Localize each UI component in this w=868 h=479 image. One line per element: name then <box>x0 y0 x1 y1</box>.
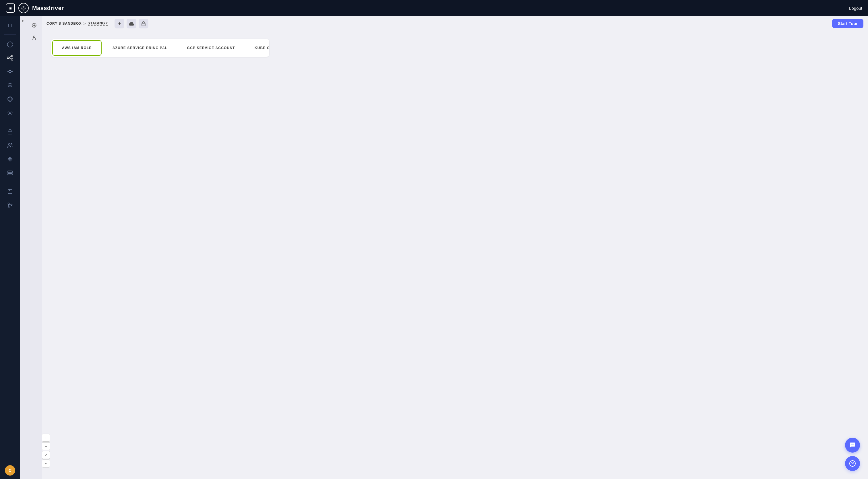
tab-gcp-service-account-label: GCP SERVICE ACCOUNT <box>187 46 235 50</box>
sidebar-item-layers[interactable] <box>4 79 17 92</box>
svg-point-16 <box>8 144 10 145</box>
tab-card: AWS IAM ROLE AZURE SERVICE PRINCIPAL GCP… <box>51 39 269 57</box>
sidebar-item-collapse[interactable]: □ <box>4 19 17 32</box>
tab-gcp-service-account[interactable]: GCP SERVICE ACCOUNT <box>177 39 245 57</box>
svg-point-0 <box>7 57 9 59</box>
pin-icon: ● <box>45 462 47 465</box>
sidebar-item-bundles[interactable] <box>4 65 17 78</box>
svg-point-5 <box>9 70 11 73</box>
pin-button[interactable]: ● <box>42 459 50 468</box>
svg-point-33 <box>851 445 851 445</box>
person-icon <box>31 35 37 41</box>
package-icon <box>7 188 13 195</box>
sidebar-item-package[interactable] <box>4 185 17 198</box>
sidebar-item-diagram[interactable]: ◯ <box>4 38 17 50</box>
sidebar-item-globe[interactable] <box>4 93 17 106</box>
subbar-lock-icon <box>141 21 146 26</box>
svg-point-27 <box>8 207 9 208</box>
tab-azure-service-principal-label: AZURE SERVICE PRINCIPAL <box>113 46 167 50</box>
svg-point-19 <box>9 158 11 160</box>
chat-fab-icon <box>849 442 856 449</box>
secondary-sidebar-toggle[interactable]: ▸ <box>21 19 26 23</box>
map-controls: + − ⤢ ● <box>42 433 50 468</box>
fit-icon: ⤢ <box>44 453 48 457</box>
navbar-left: ▣ ◎ Massdriver <box>6 3 64 13</box>
svg-line-4 <box>9 58 11 59</box>
breadcrumb-separator: > <box>83 21 86 26</box>
nav-toggle-button[interactable]: ▣ <box>6 3 15 12</box>
breadcrumb-sandbox: CORY'S SANDBOX <box>46 22 82 26</box>
support-fab-button[interactable] <box>845 456 860 471</box>
sidebar-divider-1 <box>4 34 16 35</box>
fab-area <box>845 438 860 471</box>
svg-point-34 <box>852 445 853 445</box>
user-avatar[interactable]: C <box>5 465 15 476</box>
sub-sidebar-item-grid[interactable] <box>29 20 39 30</box>
collapse-icon: □ <box>8 22 12 29</box>
zoom-in-icon: + <box>45 436 47 440</box>
cloud-icon <box>129 22 134 26</box>
sub-sidebar-item-person[interactable] <box>29 33 39 43</box>
svg-point-17 <box>11 144 12 145</box>
svg-marker-18 <box>8 157 12 161</box>
cloud-icon-button[interactable] <box>127 19 136 28</box>
sidebar-item-lock[interactable] <box>4 125 17 138</box>
svg-rect-22 <box>8 174 12 175</box>
lock-icon-button[interactable] <box>138 19 148 28</box>
svg-point-2 <box>11 59 13 60</box>
sidebar-item-diamond[interactable] <box>4 153 17 166</box>
svg-point-35 <box>854 445 854 445</box>
svg-point-26 <box>8 203 9 205</box>
zoom-in-button[interactable]: + <box>42 433 50 442</box>
branch-icon <box>7 202 13 208</box>
chat-fab-button[interactable] <box>845 438 860 453</box>
secondary-sidebar: ▸ <box>20 16 26 479</box>
tab-kube-config-label: KUBE CONFIG <box>255 46 269 50</box>
logout-button[interactable]: Logout <box>849 6 862 11</box>
svg-rect-21 <box>8 172 12 174</box>
diagram-icon: ◯ <box>7 40 13 48</box>
svg-line-3 <box>9 56 11 58</box>
left-sidebar: □ ◯ <box>0 16 20 479</box>
toggle-arrow-icon: ▸ <box>22 19 24 23</box>
svg-rect-23 <box>8 189 12 193</box>
sidebar-item-settings[interactable] <box>4 107 17 119</box>
top-subbar: CORY'S SANDBOX > STAGING ▾ + Start Tour <box>42 16 868 31</box>
svg-point-31 <box>33 36 35 38</box>
add-icon: + <box>118 21 121 26</box>
sidebar-item-database[interactable] <box>4 167 17 179</box>
zoom-out-button[interactable]: − <box>42 442 50 450</box>
svg-point-10 <box>8 84 12 85</box>
svg-rect-15 <box>8 131 12 134</box>
breadcrumb: CORY'S SANDBOX > STAGING ▾ <box>46 21 107 26</box>
sub-sidebar <box>26 16 42 479</box>
breadcrumb-staging-chevron: ▾ <box>106 22 107 25</box>
start-tour-button[interactable]: Start Tour <box>832 19 863 28</box>
settings-icon <box>7 110 13 116</box>
fit-button[interactable]: ⤢ <box>42 451 50 459</box>
database-icon <box>7 170 13 176</box>
bundles-icon <box>7 68 13 74</box>
menu-icon: ▣ <box>9 6 12 10</box>
brand-logo: ◎ <box>19 3 29 13</box>
tab-kube-config[interactable]: KUBE CONFIG <box>245 39 269 57</box>
users-icon <box>7 142 13 148</box>
tab-aws-iam-role[interactable]: AWS IAM ROLE <box>52 40 102 56</box>
tab-aws-iam-role-label: AWS IAM ROLE <box>62 46 92 50</box>
add-icon-button[interactable]: + <box>115 19 124 28</box>
brand-name: Massdriver <box>32 5 64 11</box>
sidebar-item-users[interactable] <box>4 139 17 152</box>
support-fab-icon <box>849 460 856 467</box>
tab-azure-service-principal[interactable]: AZURE SERVICE PRINCIPAL <box>103 39 177 57</box>
connections-icon <box>7 55 13 61</box>
breadcrumb-staging[interactable]: STAGING ▾ <box>88 21 108 26</box>
layers-icon <box>7 82 13 88</box>
sidebar-items: □ ◯ <box>0 19 20 212</box>
sidebar-item-branch[interactable] <box>4 199 17 212</box>
sidebar-item-connections[interactable] <box>4 51 17 64</box>
zoom-out-icon: − <box>45 444 47 449</box>
main-content: AWS IAM ROLE AZURE SERVICE PRINCIPAL GCP… <box>42 31 868 479</box>
svg-point-14 <box>9 112 11 114</box>
globe-icon <box>7 96 13 102</box>
svg-rect-32 <box>142 23 145 26</box>
